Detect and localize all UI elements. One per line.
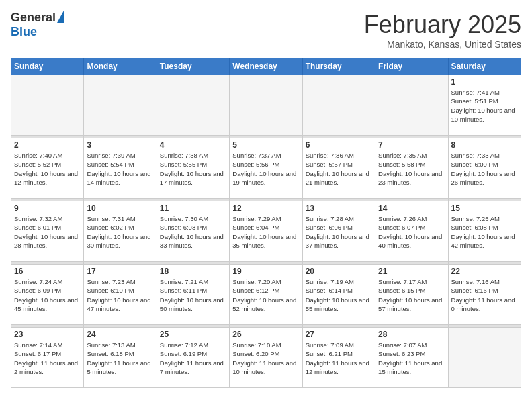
day-info: Sunrise: 7:13 AM Sunset: 6:18 PM Dayligh… xyxy=(87,340,153,376)
day-info: Sunrise: 7:12 AM Sunset: 6:19 PM Dayligh… xyxy=(160,340,226,376)
day-number: 14 xyxy=(378,203,445,213)
logo: General Blue xyxy=(11,11,64,39)
day-number: 24 xyxy=(87,330,153,339)
calendar-cell: 16Sunrise: 7:24 AM Sunset: 6:09 PM Dayli… xyxy=(11,265,84,325)
day-info: Sunrise: 7:16 AM Sunset: 6:16 PM Dayligh… xyxy=(451,277,518,313)
calendar-cell: 18Sunrise: 7:21 AM Sunset: 6:11 PM Dayli… xyxy=(157,265,229,325)
calendar-cell: 2Sunrise: 7:40 AM Sunset: 5:52 PM Daylig… xyxy=(11,138,84,199)
calendar-table: SundayMondayTuesdayWednesdayThursdayFrid… xyxy=(11,58,521,388)
day-number: 22 xyxy=(451,267,518,276)
column-header-wednesday: Wednesday xyxy=(230,58,302,75)
day-number: 26 xyxy=(232,330,299,339)
day-number: 16 xyxy=(14,267,81,276)
month-title: February 2025 xyxy=(364,11,521,39)
calendar-cell: 15Sunrise: 7:25 AM Sunset: 6:08 PM Dayli… xyxy=(448,201,521,262)
day-number: 23 xyxy=(14,330,81,339)
day-info: Sunrise: 7:10 AM Sunset: 6:20 PM Dayligh… xyxy=(232,340,299,376)
column-header-saturday: Saturday xyxy=(448,58,521,75)
day-info: Sunrise: 7:36 AM Sunset: 5:57 PM Dayligh… xyxy=(306,151,372,187)
day-info: Sunrise: 7:32 AM Sunset: 6:01 PM Dayligh… xyxy=(14,214,81,250)
day-info: Sunrise: 7:41 AM Sunset: 5:51 PM Dayligh… xyxy=(451,88,518,124)
day-number: 4 xyxy=(160,140,226,150)
calendar-cell: 10Sunrise: 7:31 AM Sunset: 6:02 PM Dayli… xyxy=(84,201,157,262)
day-info: Sunrise: 7:31 AM Sunset: 6:02 PM Dayligh… xyxy=(87,214,153,250)
day-number: 21 xyxy=(378,267,445,276)
calendar-cell: 20Sunrise: 7:19 AM Sunset: 6:14 PM Dayli… xyxy=(302,265,375,325)
day-info: Sunrise: 7:37 AM Sunset: 5:56 PM Dayligh… xyxy=(232,151,299,187)
calendar-cell xyxy=(375,75,448,136)
day-info: Sunrise: 7:30 AM Sunset: 6:03 PM Dayligh… xyxy=(160,214,226,250)
calendar-cell xyxy=(157,75,229,136)
day-info: Sunrise: 7:29 AM Sunset: 6:04 PM Dayligh… xyxy=(232,214,299,250)
day-number: 19 xyxy=(232,267,299,276)
day-number: 18 xyxy=(160,267,226,276)
day-info: Sunrise: 7:21 AM Sunset: 6:11 PM Dayligh… xyxy=(160,277,226,313)
day-number: 13 xyxy=(306,203,372,213)
calendar-cell: 5Sunrise: 7:37 AM Sunset: 5:56 PM Daylig… xyxy=(230,138,302,199)
day-info: Sunrise: 7:28 AM Sunset: 6:06 PM Dayligh… xyxy=(306,214,372,250)
calendar-cell: 28Sunrise: 7:07 AM Sunset: 6:23 PM Dayli… xyxy=(375,328,448,388)
column-header-thursday: Thursday xyxy=(302,58,375,75)
day-number: 28 xyxy=(378,330,445,339)
day-info: Sunrise: 7:07 AM Sunset: 6:23 PM Dayligh… xyxy=(378,340,445,376)
calendar-cell: 6Sunrise: 7:36 AM Sunset: 5:57 PM Daylig… xyxy=(302,138,375,199)
day-number: 8 xyxy=(451,140,518,150)
day-number: 7 xyxy=(378,140,445,150)
calendar-cell: 17Sunrise: 7:23 AM Sunset: 6:10 PM Dayli… xyxy=(84,265,157,325)
day-number: 2 xyxy=(14,140,81,150)
calendar-cell: 12Sunrise: 7:29 AM Sunset: 6:04 PM Dayli… xyxy=(230,201,302,262)
calendar-cell xyxy=(230,75,302,136)
day-number: 9 xyxy=(14,203,81,213)
page-header: General Blue February 2025 Mankato, Kans… xyxy=(11,11,521,50)
day-number: 20 xyxy=(306,267,372,276)
calendar-cell: 14Sunrise: 7:26 AM Sunset: 6:07 PM Dayli… xyxy=(375,201,448,262)
calendar-cell: 11Sunrise: 7:30 AM Sunset: 6:03 PM Dayli… xyxy=(157,201,229,262)
day-info: Sunrise: 7:33 AM Sunset: 6:00 PM Dayligh… xyxy=(451,151,518,187)
day-number: 17 xyxy=(87,267,153,276)
calendar-cell: 3Sunrise: 7:39 AM Sunset: 5:54 PM Daylig… xyxy=(84,138,157,199)
logo-general-text: General xyxy=(11,11,56,25)
title-section: February 2025 Mankato, Kansas, United St… xyxy=(364,11,521,50)
day-number: 15 xyxy=(451,203,518,213)
calendar-cell xyxy=(11,75,84,136)
day-number: 11 xyxy=(160,203,226,213)
calendar-cell: 7Sunrise: 7:35 AM Sunset: 5:58 PM Daylig… xyxy=(375,138,448,199)
calendar-cell: 9Sunrise: 7:32 AM Sunset: 6:01 PM Daylig… xyxy=(11,201,84,262)
logo-blue-text: Blue xyxy=(11,25,37,39)
logo-triangle-icon xyxy=(57,11,64,23)
calendar-cell xyxy=(84,75,157,136)
calendar-cell: 24Sunrise: 7:13 AM Sunset: 6:18 PM Dayli… xyxy=(84,328,157,388)
day-info: Sunrise: 7:24 AM Sunset: 6:09 PM Dayligh… xyxy=(14,277,81,313)
day-info: Sunrise: 7:23 AM Sunset: 6:10 PM Dayligh… xyxy=(87,277,153,313)
column-header-monday: Monday xyxy=(84,58,157,75)
column-header-sunday: Sunday xyxy=(11,58,84,75)
day-number: 1 xyxy=(451,77,518,87)
calendar-header-row: SundayMondayTuesdayWednesdayThursdayFrid… xyxy=(11,58,521,75)
calendar-week-row: 9Sunrise: 7:32 AM Sunset: 6:01 PM Daylig… xyxy=(11,201,521,262)
column-header-friday: Friday xyxy=(375,58,448,75)
calendar-cell xyxy=(302,75,375,136)
calendar-cell: 23Sunrise: 7:14 AM Sunset: 6:17 PM Dayli… xyxy=(11,328,84,388)
calendar-week-row: 2Sunrise: 7:40 AM Sunset: 5:52 PM Daylig… xyxy=(11,138,521,199)
calendar-week-row: 1Sunrise: 7:41 AM Sunset: 5:51 PM Daylig… xyxy=(11,75,521,136)
day-number: 27 xyxy=(306,330,372,339)
day-info: Sunrise: 7:26 AM Sunset: 6:07 PM Dayligh… xyxy=(378,214,445,250)
day-info: Sunrise: 7:19 AM Sunset: 6:14 PM Dayligh… xyxy=(306,277,372,313)
calendar-cell: 26Sunrise: 7:10 AM Sunset: 6:20 PM Dayli… xyxy=(230,328,302,388)
calendar-cell: 13Sunrise: 7:28 AM Sunset: 6:06 PM Dayli… xyxy=(302,201,375,262)
day-info: Sunrise: 7:39 AM Sunset: 5:54 PM Dayligh… xyxy=(87,151,153,187)
calendar-cell: 27Sunrise: 7:09 AM Sunset: 6:21 PM Dayli… xyxy=(302,328,375,388)
day-number: 5 xyxy=(232,140,299,150)
day-info: Sunrise: 7:14 AM Sunset: 6:17 PM Dayligh… xyxy=(14,340,81,376)
calendar-cell: 25Sunrise: 7:12 AM Sunset: 6:19 PM Dayli… xyxy=(157,328,229,388)
day-number: 25 xyxy=(160,330,226,339)
day-info: Sunrise: 7:35 AM Sunset: 5:58 PM Dayligh… xyxy=(378,151,445,187)
calendar-cell: 1Sunrise: 7:41 AM Sunset: 5:51 PM Daylig… xyxy=(448,75,521,136)
day-info: Sunrise: 7:20 AM Sunset: 6:12 PM Dayligh… xyxy=(232,277,299,313)
calendar-cell: 21Sunrise: 7:17 AM Sunset: 6:15 PM Dayli… xyxy=(375,265,448,325)
calendar-cell: 19Sunrise: 7:20 AM Sunset: 6:12 PM Dayli… xyxy=(230,265,302,325)
day-number: 10 xyxy=(87,203,153,213)
day-info: Sunrise: 7:09 AM Sunset: 6:21 PM Dayligh… xyxy=(306,340,372,376)
calendar-week-row: 16Sunrise: 7:24 AM Sunset: 6:09 PM Dayli… xyxy=(11,265,521,325)
calendar-week-row: 23Sunrise: 7:14 AM Sunset: 6:17 PM Dayli… xyxy=(11,328,521,388)
